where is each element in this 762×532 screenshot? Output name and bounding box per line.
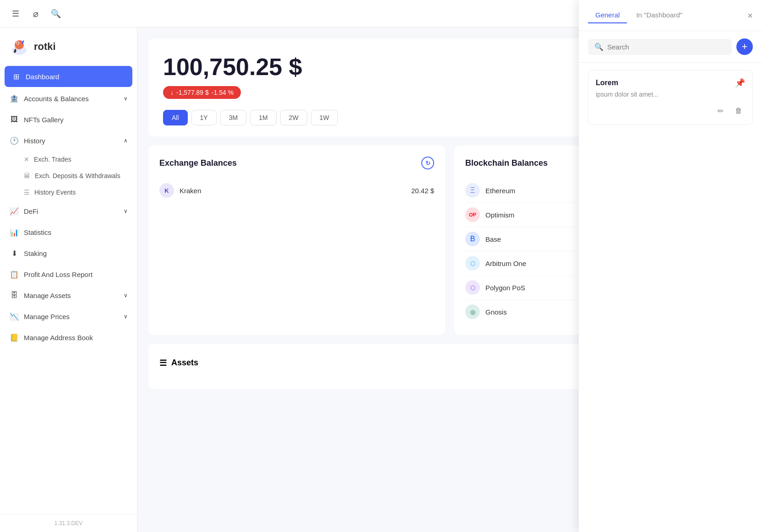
overlay-search-row: 🔍 + [579, 31, 762, 63]
sidebar-item-label: NFTs Gallery [24, 116, 64, 124]
kraken-name: Kraken [180, 187, 406, 195]
sidebar-item-dashboard[interactable]: ⊞ Dashboard [5, 66, 132, 87]
overlay-header: General In "Dashboard" × [579, 27, 762, 31]
tag-icon[interactable]: ⌀ [29, 7, 42, 20]
defi-icon: 📈 [9, 206, 19, 216]
gnosis-icon: ◎ [465, 304, 480, 319]
sidebar-logo: rotki [0, 27, 137, 61]
note-delete-button[interactable]: 🗑 [732, 104, 745, 117]
kraken-icon: K [159, 183, 174, 198]
sidebar-item-manage-address-book[interactable]: 📒 Manage Address Book [0, 327, 137, 348]
sidebar-item-label: Manage Assets [24, 292, 71, 299]
layout: rotki ⊞ Dashboard 🏦 Accounts & Balances … [0, 27, 762, 532]
exchange-balance-row: K Kraken 20.42 $ [159, 179, 434, 202]
menu-icon[interactable]: ☰ [9, 7, 22, 20]
sidebar-item-label: Manage Prices [24, 313, 70, 320]
note-pin-icon[interactable]: 📌 [735, 78, 745, 88]
sidebar-item-label: Manage Address Book [24, 334, 93, 342]
sidebar: rotki ⊞ Dashboard 🏦 Accounts & Balances … [0, 27, 137, 532]
logo-bird-icon [9, 37, 29, 57]
pnl-icon: 📋 [9, 269, 19, 279]
nav-item-inner: 📒 Manage Address Book [9, 332, 93, 342]
svg-point-5 [20, 40, 21, 41]
note-body: ipsum dolor sit amet... [596, 91, 745, 98]
note-actions: ✏ 🗑 [596, 104, 745, 117]
assets-table-icon: ☰ [159, 358, 167, 368]
search-icon[interactable]: 🔍 [49, 7, 62, 20]
note-title-row: Lorem 📌 [596, 78, 745, 88]
sidebar-subitem-exch-deposits[interactable]: 🏛 Exch. Deposits & Withdrawals [0, 168, 137, 184]
overlay-search-box: 🔍 [588, 39, 732, 55]
sub-item-label: History Events [34, 189, 76, 196]
nav-item-inner: 📋 Profit And Loss Report [9, 269, 93, 279]
exchange-balances-title: Exchange Balances ↻ [159, 157, 434, 169]
period-btn-1y[interactable]: 1Y [191, 110, 217, 125]
note-title-text: Lorem [596, 79, 618, 87]
manage-assets-icon: 🗄 [9, 290, 19, 300]
note-edit-button[interactable]: ✏ [714, 104, 727, 117]
chevron-up-icon: ∧ [124, 137, 128, 144]
refresh-exchange-button[interactable]: ↻ [421, 157, 434, 169]
chevron-down-icon: ∨ [124, 95, 128, 102]
svg-point-4 [21, 41, 22, 42]
sidebar-item-label: DeFi [24, 207, 38, 215]
nfts-icon: 🖼 [9, 114, 19, 125]
sidebar-item-manage-assets[interactable]: 🗄 Manage Assets ∨ [0, 285, 137, 306]
sidebar-item-label: Accounts & Balances [24, 95, 89, 103]
sidebar-item-manage-prices[interactable]: 📉 Manage Prices ∨ [0, 306, 137, 327]
overlay-search-input[interactable] [607, 43, 725, 51]
sidebar-item-pnl[interactable]: 📋 Profit And Loss Report [0, 264, 137, 285]
period-btn-1w[interactable]: 1W [311, 110, 338, 125]
kraken-value: 20.42 $ [411, 187, 434, 195]
sidebar-subitem-history-events[interactable]: ☰ History Events [0, 184, 137, 201]
topbar-left: ☰ ⌀ 🔍 [9, 7, 62, 20]
nav-item-inner: 🕐 History [9, 136, 45, 146]
period-btn-2w[interactable]: 2W [280, 110, 307, 125]
chevron-down-icon: ∨ [124, 313, 128, 320]
sidebar-item-accounts-balances[interactable]: 🏦 Accounts & Balances ∨ [0, 88, 137, 109]
address-book-icon: 📒 [9, 332, 19, 342]
arbitrum-icon: ⬡ [465, 256, 480, 271]
staking-icon: ⬇ [9, 248, 19, 258]
exchange-title-text: Exchange Balances [159, 158, 237, 168]
sidebar-subitem-exch-trades[interactable]: ✕ Exch. Trades [0, 151, 137, 168]
svg-point-3 [17, 43, 19, 44]
sidebar-item-staking[interactable]: ⬇ Staking [0, 243, 137, 264]
nav-item-inner: 🏦 Accounts & Balances [9, 93, 89, 103]
sidebar-item-label: Profit And Loss Report [24, 271, 93, 278]
polygon-icon: ⬡ [465, 280, 480, 295]
chevron-down-icon: ∨ [124, 292, 128, 299]
change-amount: -1,577.89 $ [176, 89, 209, 96]
sidebar-item-label: Statistics [24, 228, 51, 236]
sidebar-nav: ⊞ Dashboard 🏦 Accounts & Balances ∨ 🖼 NF… [0, 61, 137, 514]
ethereum-icon: Ξ [465, 183, 480, 198]
overlay-add-button[interactable]: + [736, 38, 753, 55]
nav-item-inner: ⊞ Dashboard [11, 71, 59, 81]
arrow-down-icon: ↓ [170, 89, 174, 96]
sub-item-label: Exch. Deposits & Withdrawals [35, 172, 120, 179]
blockchain-title-text: Blockchain Balances [465, 158, 548, 168]
nav-item-inner: 🖼 NFTs Gallery [9, 114, 64, 125]
balance-change: ↓ -1,577.89 $ -1.54 % [163, 86, 241, 99]
manage-prices-icon: 📉 [9, 311, 19, 321]
overlay-panel: General In "Dashboard" × 🔍 + Lorem 📌 ips… [579, 27, 762, 532]
assets-title: ☰ Assets [159, 358, 198, 368]
nav-item-inner: ⬇ Staking [9, 248, 47, 258]
sidebar-item-defi[interactable]: 📈 DeFi ∨ [0, 201, 137, 222]
sidebar-item-nfts[interactable]: 🖼 NFTs Gallery [0, 109, 137, 130]
period-btn-3m[interactable]: 3M [220, 110, 246, 125]
history-events-icon: ☰ [24, 189, 30, 196]
sidebar-version: 1.31.3.DEV [0, 514, 137, 532]
period-btn-1m[interactable]: 1M [250, 110, 276, 125]
nav-item-inner: 🗄 Manage Assets [9, 290, 71, 300]
nav-item-inner: 📉 Manage Prices [9, 311, 70, 321]
note-card: Lorem 📌 ipsum dolor sit amet... ✏ 🗑 [588, 70, 753, 125]
base-icon: B [465, 232, 480, 246]
sidebar-item-label: History [24, 137, 45, 145]
logo-text: rotki [34, 41, 56, 53]
overlay-search-icon: 🔍 [594, 43, 604, 51]
exchange-balances-panel: Exchange Balances ↻ K Kraken 20.42 $ [148, 146, 445, 335]
period-btn-all[interactable]: All [163, 110, 188, 125]
sidebar-item-history[interactable]: 🕐 History ∧ [0, 130, 137, 151]
sidebar-item-statistics[interactable]: 📊 Statistics [0, 222, 137, 243]
